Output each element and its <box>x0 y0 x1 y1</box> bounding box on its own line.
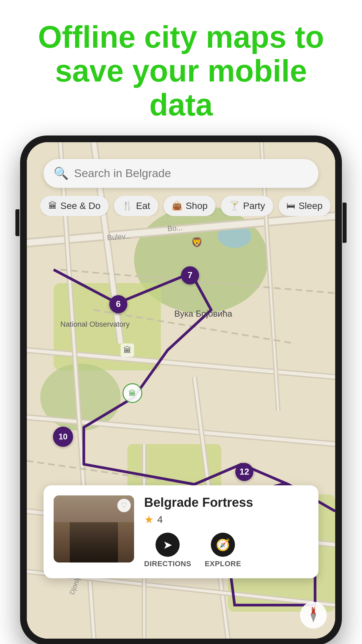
phone-wrapper: 🏛 🏛 🏛 🏛 Bulev... <box>0 136 362 644</box>
chip-shop-label: Shop <box>186 201 207 211</box>
svg-text:🏛: 🏛 <box>129 389 136 397</box>
marker-12[interactable]: 12 <box>235 463 253 481</box>
headline: Offline city maps to save your mobile da… <box>20 20 342 122</box>
chip-sleep[interactable]: 🛏 Sleep <box>279 196 331 216</box>
favorite-button[interactable]: ♡ <box>117 499 131 512</box>
marker-10[interactable]: 10 <box>53 427 73 447</box>
info-card: ♡ Belgrade Fortress ★ 4 ➤ <box>44 485 318 578</box>
eat-icon: 🍴 <box>122 201 133 211</box>
svg-text:Bo...: Bo... <box>167 223 183 232</box>
card-image: ♡ <box>54 495 134 562</box>
search-input-box[interactable]: 🔍 Search in Belgrade <box>44 159 318 188</box>
sleep-icon: 🛏 <box>287 201 295 211</box>
card-title: Belgrade Fortress <box>144 495 308 510</box>
explore-label: EXPLORE <box>205 559 241 568</box>
map-icon-observatory: 🏛 <box>121 343 134 357</box>
svg-text:Bulev...: Bulev... <box>107 232 131 242</box>
party-icon: 🍸 <box>229 201 240 211</box>
search-placeholder: Search in Belgrade <box>74 167 171 180</box>
chip-shop[interactable]: 👜 Shop <box>164 196 216 216</box>
chip-eat[interactable]: 🍴 Eat <box>114 196 158 216</box>
directions-icon: ➤ <box>156 533 180 557</box>
chip-see-do[interactable]: 🏛 See & Do <box>40 196 109 216</box>
header-section: Offline city maps to save your mobile da… <box>0 0 362 136</box>
filter-chips: 🏛 See & Do 🍴 Eat 👜 Shop 🍸 Party <box>40 196 335 216</box>
label-observatory: National Observatory <box>60 320 130 329</box>
directions-button[interactable]: ➤ DIRECTIONS <box>144 533 191 568</box>
shop-icon: 👜 <box>172 201 182 211</box>
star-icon: ★ <box>144 513 154 526</box>
explore-button[interactable]: 🧭 EXPLORE <box>205 533 241 568</box>
marker-6[interactable]: 6 <box>109 295 127 313</box>
chip-party-label: Party <box>243 201 265 211</box>
card-content: Belgrade Fortress ★ 4 ➤ DIRECTIONS <box>144 495 308 568</box>
directions-label: DIRECTIONS <box>144 559 191 568</box>
svg-text:🦁: 🦁 <box>191 237 203 248</box>
phone-frame: 🏛 🏛 🏛 🏛 Bulev... <box>20 136 342 644</box>
chip-eat-label: Eat <box>136 201 150 211</box>
phone-screen: 🏛 🏛 🏛 🏛 Bulev... <box>27 142 335 639</box>
chip-see-do-label: See & Do <box>60 201 101 211</box>
svg-text:🏛: 🏛 <box>123 345 131 355</box>
search-bar[interactable]: 🔍 Search in Belgrade <box>44 159 318 188</box>
label-cyrillic: Вука Бојовића <box>174 309 232 319</box>
search-icon: 🔍 <box>54 166 69 180</box>
explore-icon: 🧭 <box>211 533 235 557</box>
see-do-icon: 🏛 <box>48 201 57 211</box>
card-actions: ➤ DIRECTIONS 🧭 EXPLORE <box>144 533 308 568</box>
chip-party[interactable]: 🍸 Party <box>221 196 273 216</box>
rating-value: 4 <box>157 514 163 525</box>
map-area: 🏛 🏛 🏛 🏛 Bulev... <box>27 142 335 639</box>
card-rating: ★ 4 <box>144 513 308 526</box>
marker-7[interactable]: 7 <box>181 266 199 284</box>
chip-sleep-label: Sleep <box>299 201 323 211</box>
